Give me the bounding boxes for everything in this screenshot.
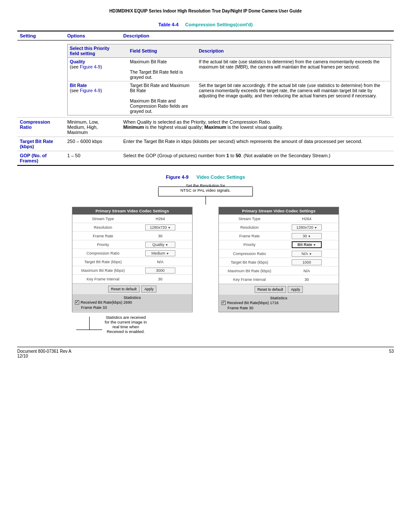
annotation-line-down-right [252, 187, 253, 196]
anno-line-h [158, 187, 206, 187]
right-framerate-select[interactable]: 30 [292, 233, 322, 239]
left-btn-row: Reset to default Apply [72, 283, 192, 294]
left-received-label: Received Bit Rate(kbps) [81, 300, 122, 305]
annotation-line-down-left [158, 187, 159, 196]
right-reset-button[interactable]: Reset to default [255, 286, 286, 293]
bottom-annotation-line [76, 317, 102, 334]
col-options: Options [65, 31, 121, 40]
table-row: Target Bit Rate (kbps) 250 – 6000 kbps E… [17, 137, 394, 151]
desc-cell: Select the GOP (Group of pictures) numbe… [121, 151, 394, 166]
options-cell: Minimum, Low, Medium, High, Maximum [65, 118, 121, 137]
left-resolution-value: 1280x720 [131, 224, 190, 230]
right-compratio-select[interactable]: N/A [292, 251, 322, 257]
left-resolution-label: Resolution [75, 225, 131, 230]
setting-cell: GOP (No. of Frames) [17, 151, 65, 166]
left-maxbr-input[interactable]: 3000 [145, 268, 175, 274]
col-setting: Setting [17, 31, 65, 40]
left-panel-header: Primary Stream Video Codec Settings [72, 207, 192, 215]
bottom-annotation-area: Statistics are received for the current … [72, 315, 339, 334]
main-table: Setting Options Description Select this … [17, 31, 394, 166]
left-codec-panel: Primary Stream Video Codec Settings Stre… [72, 207, 193, 312]
table-row: Select this Priorityfield setting Field … [17, 40, 394, 118]
right-maxbr-label: Maximum Bit Rate (kbps) [221, 269, 277, 273]
right-stats-section: Statistics Received Bit Rate(kbps) 1716 … [219, 295, 339, 312]
inner-quality-label: Quality (see Figure 4-9) [68, 58, 128, 81]
left-targetbr-value: N/A [131, 260, 190, 264]
left-stream-type-label: Stream Type [75, 217, 131, 221]
left-stream-type-row: Stream Type H264 [72, 215, 192, 223]
inner-table-cell: Select this Priorityfield setting Field … [65, 40, 394, 118]
inner-bitrate-label: Bit Rate (see Figure 4-9) [68, 81, 128, 115]
left-compratio-select[interactable]: Medium [145, 250, 175, 256]
right-resolution-label: Resolution [221, 225, 277, 230]
left-frame-value: 33 [103, 305, 107, 310]
right-apply-button[interactable]: Apply [288, 286, 303, 293]
right-received-checkbox[interactable] [221, 301, 226, 305]
inner-row-quality: Quality (see Figure 4-9) Maximum Bit Rat… [68, 58, 391, 81]
anno-horizontal-line [76, 330, 102, 330]
desc-cell: Enter the Target Bit Rate in kbps (kilob… [121, 137, 394, 151]
codec-panels-row: Primary Stream Video Codec Settings Stre… [17, 207, 394, 312]
left-received-value: 2690 [124, 300, 132, 305]
inner-quality-field: Maximum Bit Rate The Target Bit Rate fie… [128, 58, 197, 81]
right-stream-type-row: Stream Type H264 [219, 215, 339, 223]
right-targetbr-row: Target Bit Rate (kbps) 1000 [219, 258, 339, 267]
right-resolution-select[interactable]: 1280x720 [292, 224, 322, 230]
left-received-checkbox[interactable] [75, 300, 79, 305]
bottom-annotation-text: Statistics are received for the current … [105, 315, 147, 334]
left-stream-type-value: H264 [131, 217, 190, 221]
right-frame-label: Frame Rate [227, 306, 248, 310]
inner-col-2: Field Setting [128, 44, 197, 58]
right-resolution-value: 1280x720 [277, 224, 336, 230]
left-targetbr-label: Target Bit Rate (kbps) [75, 260, 131, 264]
table-row: Compression Ratio Minimum, Low, Medium, … [17, 118, 394, 137]
left-compratio-label: Compression Ratio [75, 251, 131, 255]
left-targetbr-row: Target Bit Rate (kbps) N/A [72, 258, 192, 266]
right-received-value: 1716 [270, 301, 279, 305]
top-annotation: Set the Resolution for NTSC or PAL video… [181, 183, 231, 193]
setting-cell: Compression Ratio [17, 118, 65, 137]
right-received-label: Received Bit Rate(kbps) [227, 301, 269, 305]
header-title: HD3MDIH/X EQUIP Series Indoor High Resol… [109, 9, 302, 13]
right-targetbr-input[interactable]: 1000 [292, 259, 322, 265]
table-title: Table 4-4 Compression Settings(cont'd) [17, 22, 394, 27]
anno-vertical-line [89, 317, 90, 330]
left-priority-select[interactable]: Quality [145, 242, 175, 248]
right-targetbr-label: Target Bit Rate (kbps) [221, 260, 277, 264]
right-compratio-value: N/A [277, 251, 336, 257]
right-keyframe-label: Key Frame Interval [221, 277, 277, 282]
right-keyframe-row: Key Frame Interval 30 [219, 275, 339, 284]
right-stats-frame-row: Frame Rate 30 [227, 305, 336, 311]
right-priority-row: Priority Bit Rate [219, 240, 339, 249]
inner-bitrate-desc: Set the target bit rate accordingly. If … [197, 81, 391, 115]
left-resolution-select[interactable]: 1280x720 [145, 224, 175, 230]
options-cell: 1 – 50 [65, 151, 121, 166]
left-reset-button[interactable]: Reset to default [108, 286, 140, 292]
right-priority-select[interactable]: Bit Rate [292, 241, 322, 248]
table-row: GOP (No. of Frames) 1 – 50 Select the GO… [17, 151, 394, 166]
right-compratio-label: Compression Ratio [221, 252, 277, 256]
left-compratio-row: Compression Ratio Medium [72, 249, 192, 258]
page-footer: Document 800-07361 Rev A 12/10 53 [17, 347, 394, 358]
setting-label: Compression Ratio [20, 119, 50, 130]
right-framerate-value: 30 [277, 233, 336, 239]
left-keyframe-value: 30 [131, 277, 190, 281]
left-compratio-value: Medium [131, 250, 190, 256]
left-stats-received-row: Received Bit Rate(kbps) 2690 [75, 300, 190, 305]
inner-bitrate-field: Target Bit Rate and Maximum Bit Rate Max… [128, 81, 197, 115]
inner-col-1: Select this Priorityfield setting [68, 44, 128, 58]
right-btn-row: Reset to default Apply [219, 284, 339, 295]
footer-left: Document 800-07361 Rev A 12/10 [17, 349, 72, 358]
panel-gap [201, 207, 210, 312]
left-apply-button[interactable]: Apply [141, 286, 156, 292]
right-stream-type-label: Stream Type [221, 217, 277, 221]
figure-title: Figure 4-9 Video Codec Settings [17, 174, 394, 180]
left-resolution-row: Resolution 1280x720 [72, 223, 192, 232]
right-framerate-row: Frame Rate 30 [219, 232, 339, 240]
left-maxbr-label: Maximum Bit Rate (kbps) [75, 268, 131, 273]
left-stats-frame-row: Frame Rate 33 [81, 305, 190, 310]
inner-quality-desc: If the actual bit rate (use statistics t… [197, 58, 391, 81]
right-framerate-label: Frame Rate [221, 234, 277, 238]
right-stats-received-row: Received Bit Rate(kbps) 1716 [221, 300, 336, 305]
setting-cell: Target Bit Rate (kbps) [17, 137, 65, 151]
